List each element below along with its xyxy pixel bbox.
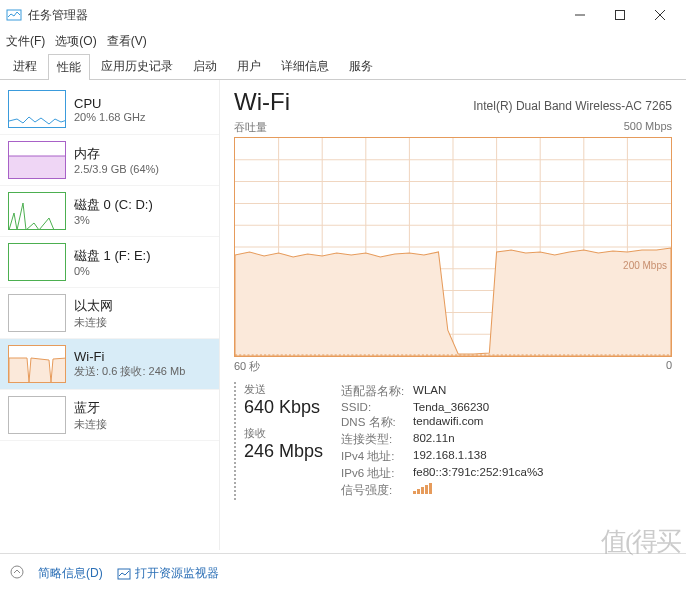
title-bar: 任务管理器 bbox=[0, 0, 686, 30]
chart-xleft: 60 秒 bbox=[234, 359, 260, 374]
v-conn: 802.11n bbox=[413, 432, 455, 447]
sidebar-item-memory[interactable]: 内存2.5/3.9 GB (64%) bbox=[0, 135, 219, 186]
send-label: 发送 bbox=[244, 382, 323, 397]
v-adapter: WLAN bbox=[413, 384, 446, 399]
ethernet-sub: 未连接 bbox=[74, 315, 113, 330]
bluetooth-thumb bbox=[8, 396, 66, 434]
throughput-chart: 200 Mbps bbox=[234, 137, 672, 357]
open-resmon-link[interactable]: 打开资源监视器 bbox=[117, 565, 219, 582]
tab-details[interactable]: 详细信息 bbox=[272, 53, 338, 79]
resmon-label: 打开资源监视器 bbox=[135, 565, 219, 582]
disk0-thumb bbox=[8, 192, 66, 230]
bluetooth-sub: 未连接 bbox=[74, 417, 107, 432]
k-signal: 信号强度: bbox=[341, 483, 413, 498]
minimize-button[interactable] bbox=[560, 0, 600, 30]
tab-users[interactable]: 用户 bbox=[228, 53, 270, 79]
menu-bar: 文件(F) 选项(O) 查看(V) bbox=[0, 30, 686, 52]
k-adapter: 适配器名称: bbox=[341, 384, 413, 399]
maximize-button[interactable] bbox=[600, 0, 640, 30]
menu-options[interactable]: 选项(O) bbox=[55, 33, 96, 50]
resmon-icon bbox=[117, 567, 131, 581]
cpu-sub: 20% 1.68 GHz bbox=[74, 111, 146, 123]
cpu-thumb bbox=[8, 90, 66, 128]
sidebar-item-cpu[interactable]: CPU20% 1.68 GHz bbox=[0, 84, 219, 135]
k-ipv4: IPv4 地址: bbox=[341, 449, 413, 464]
tab-services[interactable]: 服务 bbox=[340, 53, 382, 79]
content-area: CPU20% 1.68 GHz 内存2.5/3.9 GB (64%) 磁盘 0 … bbox=[0, 80, 686, 550]
signal-bars-icon bbox=[413, 483, 432, 494]
memory-thumb bbox=[8, 141, 66, 179]
fewer-details-link[interactable]: 简略信息(D) bbox=[38, 565, 103, 582]
stats-block: 发送 640 Kbps 接收 246 Mbps 适配器名称:WLAN SSID:… bbox=[234, 382, 672, 500]
disk1-thumb bbox=[8, 243, 66, 281]
send-value: 640 Kbps bbox=[244, 397, 323, 418]
disk1-label: 磁盘 1 (F: E:) bbox=[74, 247, 151, 265]
svg-rect-2 bbox=[616, 11, 625, 20]
ref-200-label: 200 Mbps bbox=[623, 260, 667, 271]
wifi-sub: 发送: 0.6 接收: 246 Mb bbox=[74, 364, 185, 379]
svg-rect-5 bbox=[9, 156, 66, 179]
disk0-sub: 3% bbox=[74, 214, 153, 226]
recv-value: 246 Mbps bbox=[244, 441, 323, 462]
close-button[interactable] bbox=[640, 0, 680, 30]
tab-bar: 进程 性能 应用历史记录 启动 用户 详细信息 服务 bbox=[0, 52, 686, 80]
chart-ylabel: 吞吐量 bbox=[234, 120, 267, 135]
recv-label: 接收 bbox=[244, 426, 323, 441]
tab-performance[interactable]: 性能 bbox=[48, 54, 90, 80]
bluetooth-label: 蓝牙 bbox=[74, 399, 107, 417]
v-ipv6: fe80::3:791c:252:91ca%3 bbox=[413, 466, 543, 481]
disk1-sub: 0% bbox=[74, 265, 151, 277]
tab-startup[interactable]: 启动 bbox=[184, 53, 226, 79]
menu-view[interactable]: 查看(V) bbox=[107, 33, 147, 50]
ethernet-thumb bbox=[8, 294, 66, 332]
k-conn: 连接类型: bbox=[341, 432, 413, 447]
sidebar-item-wifi[interactable]: Wi-Fi发送: 0.6 接收: 246 Mb bbox=[0, 339, 219, 390]
app-icon bbox=[6, 7, 22, 23]
k-ipv6: IPv6 地址: bbox=[341, 466, 413, 481]
wifi-label: Wi-Fi bbox=[74, 349, 185, 364]
memory-sub: 2.5/3.9 GB (64%) bbox=[74, 163, 159, 175]
tab-processes[interactable]: 进程 bbox=[4, 53, 46, 79]
page-title: Wi-Fi bbox=[234, 88, 290, 116]
details-block: 适配器名称:WLAN SSID:Tenda_366230 DNS 名称:tend… bbox=[341, 382, 543, 500]
sidebar-item-bluetooth[interactable]: 蓝牙未连接 bbox=[0, 390, 219, 441]
cpu-label: CPU bbox=[74, 96, 146, 111]
footer-bar: 简略信息(D) 打开资源监视器 bbox=[0, 553, 686, 593]
sidebar-item-disk0[interactable]: 磁盘 0 (C: D:)3% bbox=[0, 186, 219, 237]
v-ssid: Tenda_366230 bbox=[413, 401, 489, 413]
svg-rect-0 bbox=[7, 10, 21, 20]
k-dns: DNS 名称: bbox=[341, 415, 413, 430]
chevron-up-icon[interactable] bbox=[10, 565, 24, 582]
svg-point-25 bbox=[11, 566, 23, 578]
chart-xright: 0 bbox=[666, 359, 672, 374]
sidebar-item-disk1[interactable]: 磁盘 1 (F: E:)0% bbox=[0, 237, 219, 288]
ethernet-label: 以太网 bbox=[74, 297, 113, 315]
chart-ymax: 500 Mbps bbox=[624, 120, 672, 135]
tab-app-history[interactable]: 应用历史记录 bbox=[92, 53, 182, 79]
window-title: 任务管理器 bbox=[28, 7, 560, 24]
sidebar: CPU20% 1.68 GHz 内存2.5/3.9 GB (64%) 磁盘 0 … bbox=[0, 80, 220, 550]
sidebar-item-ethernet[interactable]: 以太网未连接 bbox=[0, 288, 219, 339]
menu-file[interactable]: 文件(F) bbox=[6, 33, 45, 50]
memory-label: 内存 bbox=[74, 145, 159, 163]
k-ssid: SSID: bbox=[341, 401, 413, 413]
watermark: 值(得买 bbox=[601, 524, 680, 559]
wifi-thumb bbox=[8, 345, 66, 383]
v-ipv4: 192.168.1.138 bbox=[413, 449, 487, 464]
v-dns: tendawifi.com bbox=[413, 415, 483, 430]
adapter-name: Intel(R) Dual Band Wireless-AC 7265 bbox=[473, 99, 672, 113]
disk0-label: 磁盘 0 (C: D:) bbox=[74, 196, 153, 214]
main-panel: Wi-Fi Intel(R) Dual Band Wireless-AC 726… bbox=[220, 80, 686, 550]
